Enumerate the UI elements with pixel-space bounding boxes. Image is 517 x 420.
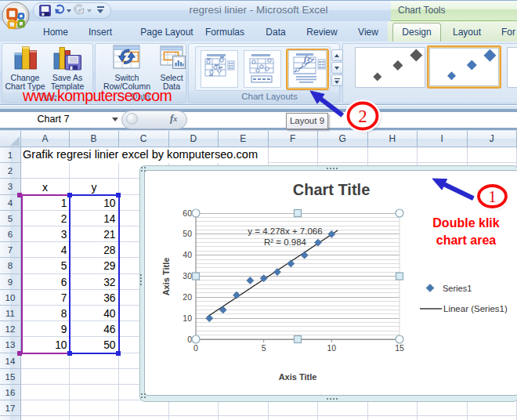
svg-text:Axis Title: Axis Title: [161, 258, 171, 296]
svg-text:40: 40: [183, 250, 192, 259]
svg-text:R² = 0.984: R² = 0.984: [264, 237, 307, 247]
svg-text:5: 5: [262, 343, 266, 353]
svg-text:10: 10: [327, 343, 336, 353]
svg-text:Series1: Series1: [443, 284, 472, 293]
svg-text:0: 0: [193, 343, 198, 353]
svg-text:10: 10: [183, 313, 192, 323]
svg-text:y = 4.278x + 7.066: y = 4.278x + 7.066: [248, 226, 322, 236]
svg-text:30: 30: [183, 271, 192, 281]
svg-text:50: 50: [183, 229, 192, 238]
svg-text:Axis Title: Axis Title: [279, 372, 317, 382]
svg-text:15: 15: [395, 343, 404, 353]
svg-text:Linear (Series1): Linear (Series1): [443, 304, 508, 313]
svg-text:Chart Title: Chart Title: [293, 181, 371, 198]
svg-text:60: 60: [183, 208, 192, 218]
svg-text:20: 20: [183, 292, 192, 302]
svg-text:0: 0: [187, 335, 192, 344]
